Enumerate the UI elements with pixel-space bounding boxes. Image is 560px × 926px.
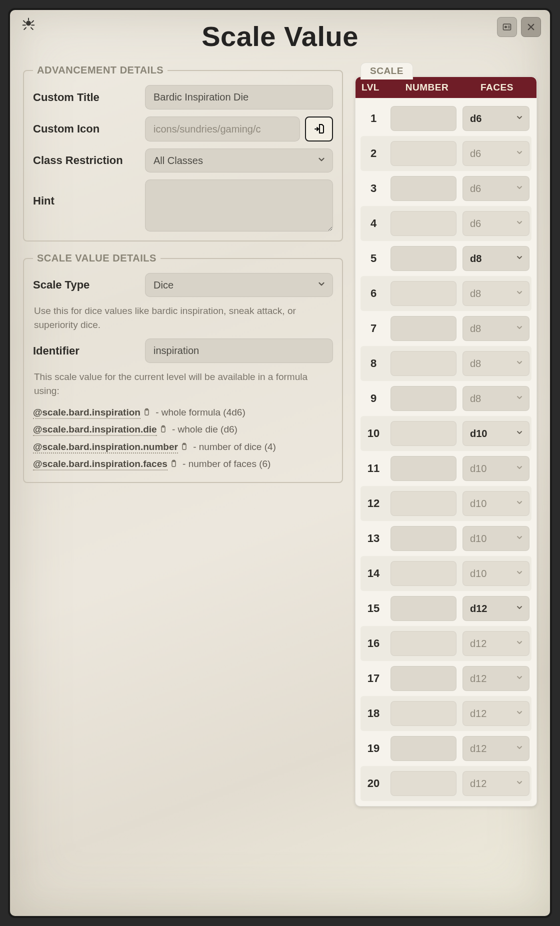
debug-icon[interactable] xyxy=(21,17,36,34)
number-input[interactable] xyxy=(390,211,456,236)
number-input[interactable] xyxy=(390,246,456,271)
number-input[interactable] xyxy=(390,561,456,586)
faces-select[interactable]: d12 xyxy=(462,771,530,796)
row-level: 14 xyxy=(362,567,384,580)
scale-type-select[interactable]: Dice xyxy=(145,273,333,297)
number-input[interactable] xyxy=(390,176,456,201)
scale-value-window: Scale Value ADVANCEMENT DETAILS Custom T… xyxy=(8,8,552,918)
formula-desc: - whole die (d6) xyxy=(170,424,238,434)
formula-entry: @scale.bard.inspiration.number - number … xyxy=(33,439,333,456)
svg-point-2 xyxy=(505,26,506,28)
scale-row: 3d6 xyxy=(360,171,532,206)
close-button[interactable] xyxy=(521,17,541,37)
faces-select[interactable]: d8 xyxy=(462,281,530,306)
scale-row: 11d10 xyxy=(360,451,532,486)
scale-row: 12d10 xyxy=(360,486,532,521)
formula-list: @scale.bard.inspiration - whole formula … xyxy=(33,404,333,473)
scale-type-hint: Use this for dice values like bardic ins… xyxy=(34,304,332,332)
col-faces: FACES xyxy=(464,82,530,93)
row-level: 18 xyxy=(362,707,384,720)
number-input[interactable] xyxy=(390,526,456,551)
custom-title-label: Custom Title xyxy=(33,91,138,104)
row-level: 7 xyxy=(362,322,384,335)
faces-select[interactable]: d10 xyxy=(462,526,530,551)
formula-key: @scale.bard.inspiration.number xyxy=(33,442,178,454)
faces-select[interactable]: d6 xyxy=(462,141,530,166)
faces-select[interactable]: d10 xyxy=(462,491,530,516)
class-restriction-select[interactable]: All Classes xyxy=(145,148,333,172)
formula-key: @scale.bard.inspiration.die xyxy=(33,424,157,436)
title-bar: Scale Value xyxy=(10,10,550,54)
row-level: 12 xyxy=(362,497,384,510)
scale-tab[interactable]: SCALE xyxy=(360,62,413,80)
formula-desc: - number of faces (6) xyxy=(180,458,271,469)
number-input[interactable] xyxy=(390,596,456,621)
row-level: 16 xyxy=(362,637,384,650)
number-input[interactable] xyxy=(390,281,456,306)
faces-select[interactable]: d8 xyxy=(462,246,530,271)
number-input[interactable] xyxy=(390,351,456,376)
number-input[interactable] xyxy=(390,456,456,481)
faces-select[interactable]: d12 xyxy=(462,736,530,761)
advancement-details-panel: ADVANCEMENT DETAILS Custom Title Custom … xyxy=(23,64,343,242)
faces-select[interactable]: d8 xyxy=(462,351,530,376)
clipboard-icon[interactable] xyxy=(180,440,188,456)
custom-icon-label: Custom Icon xyxy=(33,122,138,136)
number-input[interactable] xyxy=(390,666,456,691)
card-id-button[interactable] xyxy=(497,17,517,37)
number-input[interactable] xyxy=(390,491,456,516)
svg-point-0 xyxy=(26,21,31,26)
faces-select[interactable]: d8 xyxy=(462,386,530,411)
scale-panel: SCALE LVL NUMBER FACES 1d62d63d64d65d86d… xyxy=(355,76,537,806)
faces-select[interactable]: d10 xyxy=(462,561,530,586)
hint-label: Hint xyxy=(33,180,138,208)
col-number: NUMBER xyxy=(390,82,464,93)
faces-select[interactable]: d6 xyxy=(462,106,530,131)
row-level: 8 xyxy=(362,357,384,370)
number-input[interactable] xyxy=(390,631,456,656)
number-input[interactable] xyxy=(390,701,456,726)
scale-row: 20d12 xyxy=(360,766,532,801)
faces-select[interactable]: d8 xyxy=(462,316,530,341)
number-input[interactable] xyxy=(390,106,456,131)
number-input[interactable] xyxy=(390,386,456,411)
col-lvl: LVL xyxy=(362,82,390,93)
faces-select[interactable]: d12 xyxy=(462,596,530,621)
formula-desc: - number of dice (4) xyxy=(190,442,276,452)
scale-row: 8d8 xyxy=(360,346,532,381)
formula-entry: @scale.bard.inspiration.faces - number o… xyxy=(33,456,333,473)
custom-icon-input[interactable] xyxy=(145,116,300,142)
clipboard-icon[interactable] xyxy=(170,457,178,473)
identifier-input[interactable] xyxy=(145,338,333,363)
faces-select[interactable]: d10 xyxy=(462,456,530,481)
number-input[interactable] xyxy=(390,771,456,796)
row-level: 10 xyxy=(362,427,384,440)
faces-select[interactable]: d10 xyxy=(462,421,530,446)
faces-select[interactable]: d6 xyxy=(462,176,530,201)
number-input[interactable] xyxy=(390,421,456,446)
clipboard-icon[interactable] xyxy=(159,422,168,438)
faces-select[interactable]: d12 xyxy=(462,701,530,726)
formula-key: @scale.bard.inspiration xyxy=(33,407,140,419)
faces-select[interactable]: d12 xyxy=(462,631,530,656)
row-level: 20 xyxy=(362,777,384,790)
custom-title-input[interactable] xyxy=(145,85,333,110)
formula-entry: @scale.bard.inspiration - whole formula … xyxy=(33,404,333,422)
scale-row: 13d10 xyxy=(360,521,532,556)
row-level: 2 xyxy=(362,147,384,160)
hint-textarea[interactable] xyxy=(145,180,333,232)
scale-row: 4d6 xyxy=(360,206,532,241)
browse-icon-button[interactable] xyxy=(305,116,333,142)
faces-select[interactable]: d12 xyxy=(462,666,530,691)
scale-row: 7d8 xyxy=(360,311,532,346)
number-input[interactable] xyxy=(390,316,456,341)
scale-row: 2d6 xyxy=(360,136,532,171)
row-level: 6 xyxy=(362,287,384,300)
identifier-hint-intro: This scale value for the current level w… xyxy=(34,370,332,398)
faces-select[interactable]: d6 xyxy=(462,211,530,236)
page-title: Scale Value xyxy=(20,20,540,52)
number-input[interactable] xyxy=(390,736,456,761)
number-input[interactable] xyxy=(390,141,456,166)
clipboard-icon[interactable] xyxy=(142,406,151,422)
row-level: 9 xyxy=(362,392,384,405)
